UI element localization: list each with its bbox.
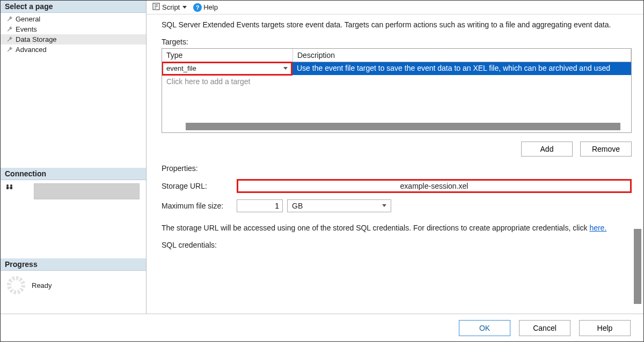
max-file-size-label: Maximum file size: (162, 202, 232, 210)
credentials-here-link[interactable]: here. (589, 224, 606, 232)
grid-horizontal-scrollbar[interactable] (186, 123, 620, 130)
nav-label: Events (16, 25, 37, 33)
nav-item-general[interactable]: General (1, 14, 146, 24)
storage-url-label: Storage URL: (162, 182, 232, 190)
progress-header: Progress (1, 258, 146, 271)
progress-status: Ready (32, 281, 52, 289)
connection-icon (5, 183, 14, 193)
grid-header: Type Description (162, 49, 631, 62)
svg-point-2 (10, 184, 12, 187)
toolbar: Script ? Help (147, 1, 643, 14)
left-panel: Select a page General Events (1, 1, 147, 314)
remove-button[interactable]: Remove (580, 142, 632, 157)
col-header-description[interactable]: Description (293, 49, 631, 62)
svg-rect-1 (6, 187, 9, 189)
wrench-icon (6, 46, 13, 54)
nav-label: Data Storage (16, 35, 57, 43)
help-button[interactable]: ? Help (191, 3, 220, 12)
nav-item-advanced[interactable]: Advanced (1, 44, 146, 55)
svg-rect-4 (9, 188, 11, 188)
chevron-down-icon (283, 67, 288, 70)
file-size-unit-select[interactable]: GB (287, 199, 391, 212)
table-row[interactable]: event_file Use the event file target to … (162, 62, 631, 75)
add-button[interactable]: Add (521, 142, 573, 157)
help-icon: ? (193, 3, 202, 12)
nav-label: Advanced (16, 46, 47, 54)
targets-label: Targets: (162, 38, 632, 46)
cancel-button[interactable]: Cancel (519, 320, 570, 336)
storage-url-value: example-session.xel (400, 182, 469, 190)
script-label: Script (162, 3, 180, 11)
max-file-size-input[interactable] (237, 199, 283, 212)
file-size-unit-value: GB (292, 202, 303, 210)
ok-button[interactable]: OK (459, 320, 510, 336)
select-page-header: Select a page (1, 1, 146, 13)
target-description: Use the event file target to save the ev… (292, 62, 631, 75)
storage-url-input[interactable]: example-session.xel (237, 179, 632, 193)
target-type-value: event_file (166, 64, 196, 72)
add-target-placeholder[interactable]: Click here to add a target (162, 75, 631, 88)
nav-item-events[interactable]: Events (1, 24, 146, 34)
nav-item-data-storage[interactable]: Data Storage (1, 34, 146, 44)
credentials-note: The storage URL will be accessed using o… (162, 223, 632, 233)
sql-credentials-label: SQL credentials: (162, 241, 232, 249)
target-type-dropdown[interactable]: event_file (162, 62, 292, 76)
chevron-down-icon (382, 204, 386, 207)
svg-point-0 (6, 184, 9, 187)
chevron-down-icon (182, 6, 187, 9)
dialog-footer: OK Cancel Help (1, 314, 643, 341)
script-icon (152, 2, 160, 12)
properties-label: Properties: (162, 164, 632, 173)
help-label: Help (203, 3, 218, 11)
col-header-type[interactable]: Type (162, 49, 293, 62)
progress-spinner-icon (7, 276, 25, 294)
main-panel: Script ? Help SQL Server Extended Events… (147, 1, 643, 314)
wrench-icon (6, 36, 13, 43)
vertical-scrollbar[interactable] (634, 229, 641, 304)
help-button-footer[interactable]: Help (579, 320, 631, 336)
connection-value[interactable] (34, 183, 140, 199)
script-dropdown[interactable]: Script (150, 2, 189, 13)
wrench-icon (6, 16, 13, 23)
connection-header: Connection (1, 168, 146, 180)
page-nav: General Events Data Storage (1, 13, 146, 56)
nav-label: General (16, 15, 40, 23)
intro-text: SQL Server Extended Events targets store… (162, 20, 632, 30)
targets-grid[interactable]: Type Description event_file Use the even… (162, 48, 632, 133)
wrench-icon (6, 26, 13, 33)
